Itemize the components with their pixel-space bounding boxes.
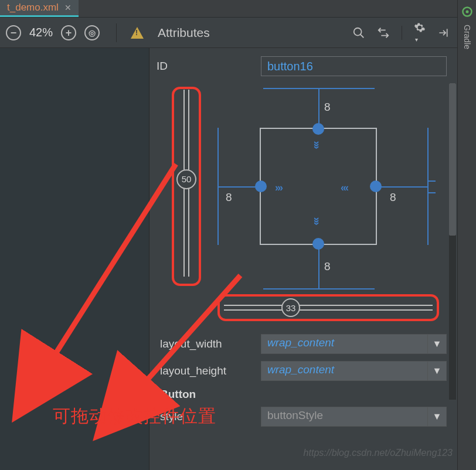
spring-icon: ‹‹‹: [341, 182, 348, 194]
scrollbar-thumb[interactable]: [449, 83, 456, 236]
svg-line-1: [361, 34, 364, 38]
handle-right[interactable]: [370, 180, 382, 192]
search-icon[interactable]: [352, 26, 365, 39]
link-top[interactable]: [318, 88, 319, 128]
link-left[interactable]: [219, 186, 260, 188]
layout-width-value: wrap_content: [261, 334, 428, 354]
zoom-out-button[interactable]: −: [6, 25, 21, 40]
margin-top[interactable]: 8: [324, 101, 331, 114]
layout-width-select[interactable]: wrap_content ▼: [261, 334, 447, 354]
spring-icon: ›››: [275, 182, 282, 194]
separator: [402, 26, 402, 40]
svg-point-4: [465, 11, 468, 13]
file-tab-label: t_demo.xml: [7, 2, 59, 13]
layout-height-value: wrap_content: [261, 361, 428, 381]
constraint-box[interactable]: ››› ››› ››› ‹‹‹: [260, 128, 377, 245]
id-row: ID: [157, 56, 447, 76]
margin-right[interactable]: 8: [390, 191, 396, 204]
spring-icon: ›››: [311, 217, 323, 224]
gear-icon[interactable]: ▾: [414, 22, 426, 44]
spring-icon: ›››: [311, 141, 323, 148]
chevron-down-icon[interactable]: ▼: [428, 334, 447, 354]
layout-height-select[interactable]: wrap_content ▼: [261, 361, 447, 381]
file-tab[interactable]: t_demo.xml ✕: [0, 0, 79, 17]
tab-bar: t_demo.xml ✕: [0, 0, 457, 18]
horizontal-bias-slider[interactable]: 33: [217, 294, 439, 321]
style-value: buttonStyle: [261, 407, 428, 427]
cap: [427, 180, 436, 182]
style-select[interactable]: buttonStyle ▼: [261, 407, 447, 427]
swap-icon[interactable]: [377, 26, 390, 39]
scrollbar[interactable]: [449, 83, 456, 400]
vertical-bias-slider[interactable]: 50: [172, 87, 201, 286]
close-icon[interactable]: ✕: [64, 3, 72, 12]
right-tool-rail: Gradle: [457, 0, 476, 470]
attributes-header: Attributes ▾: [149, 18, 457, 48]
collapse-icon[interactable]: [437, 27, 449, 39]
warning-icon[interactable]: [131, 27, 144, 39]
id-input[interactable]: [261, 56, 447, 76]
vbias-knob[interactable]: 50: [176, 169, 196, 189]
root: t_demo.xml ✕ − 42% + ◎ Attributes: [0, 0, 476, 470]
zoom-in-button[interactable]: +: [61, 25, 76, 40]
hbias-knob[interactable]: 33: [281, 298, 300, 317]
attributes-title: Attributes: [158, 26, 210, 40]
handle-bottom[interactable]: [312, 238, 324, 250]
layout-height-row: layout_height wrap_content ▼: [157, 361, 447, 381]
editor-column: t_demo.xml ✕ − 42% + ◎ Attributes: [0, 0, 457, 470]
svg-point-0: [354, 28, 362, 35]
layout-height-label: layout_height: [157, 365, 250, 377]
anchor-bottom: [263, 288, 375, 290]
margin-left[interactable]: 8: [226, 191, 232, 204]
handle-top[interactable]: [312, 123, 324, 135]
link-bottom[interactable]: [318, 246, 319, 288]
zoom-level: 42%: [29, 26, 53, 39]
chevron-down-icon[interactable]: ▼: [428, 407, 447, 427]
toolbar-left: − 42% + ◎: [0, 23, 144, 42]
gradle-tab[interactable]: Gradle: [463, 25, 472, 49]
attributes-actions: ▾: [352, 22, 449, 44]
gradle-icon[interactable]: [461, 6, 473, 18]
separator: [116, 23, 117, 42]
section-button: Button: [160, 388, 447, 401]
layout-width-row: layout_width wrap_content ▼: [157, 334, 447, 354]
anchor-right: [427, 128, 429, 245]
cap: [427, 192, 436, 193]
margin-bottom[interactable]: 8: [324, 260, 331, 273]
chevron-down-icon[interactable]: ▼: [428, 361, 447, 381]
annotation-text: 可拖动修改控件位置: [53, 404, 216, 428]
handle-left[interactable]: [255, 180, 267, 192]
zoom-fit-button[interactable]: ◎: [84, 25, 100, 40]
link-right[interactable]: [378, 186, 427, 188]
id-label: ID: [157, 60, 250, 73]
layout-width-label: layout_width: [157, 338, 250, 350]
constraint-editor[interactable]: 8 8 8 8 ››› ››› ››› ‹‹‹: [157, 83, 447, 323]
